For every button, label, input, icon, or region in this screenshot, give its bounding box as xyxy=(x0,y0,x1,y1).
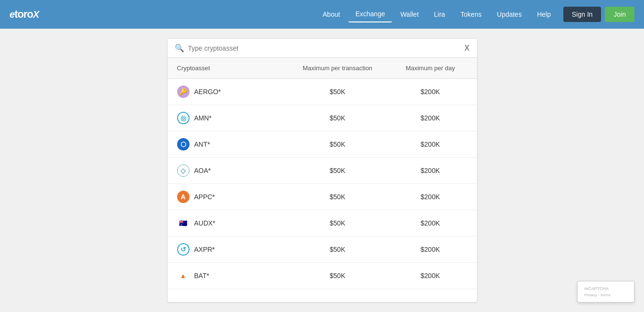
nav-updates[interactable]: Updates xyxy=(490,7,528,22)
crypto-cell-6: ↺ AXPR* xyxy=(168,237,291,263)
nav-tokens[interactable]: Tokens xyxy=(454,7,488,22)
nav-lira[interactable]: Lira xyxy=(427,7,452,22)
max-day-2: $200K xyxy=(384,131,476,158)
table-row: 🇦🇺 AUDX* $50K $200K xyxy=(168,210,477,237)
nav-about[interactable]: About xyxy=(316,7,347,22)
max-tx-1: $50K xyxy=(291,105,384,131)
table-row: 🔑 AERGO* $50K $200K xyxy=(168,79,477,105)
join-button[interactable]: Join xyxy=(605,7,634,22)
col-cryptoasset: Cryptoasset xyxy=(168,58,291,79)
main-content: 🔍 X Cryptoasset Maximum per transaction … xyxy=(0,29,644,312)
max-day-0: $200K xyxy=(384,79,476,105)
max-tx-5: $50K xyxy=(291,210,384,237)
crypto-cell-5: 🇦🇺 AUDX* xyxy=(168,210,291,237)
nav-help[interactable]: Help xyxy=(530,7,558,22)
crypto-cell-3: ◇ AOA* xyxy=(168,158,291,184)
max-tx-4: $50K xyxy=(291,184,384,210)
crypto-cell-2: ⬡ ANT* xyxy=(168,131,291,158)
crypto-icon-5: 🇦🇺 xyxy=(177,217,190,229)
table-row: ⬡ ANT* $50K $200K xyxy=(168,131,477,158)
table-row: ◇ AOA* $50K $200K xyxy=(168,158,477,184)
table-row: A APPC* $50K $200K xyxy=(168,184,477,210)
logo: etoroX xyxy=(10,8,39,21)
crypto-name-6: AXPR* xyxy=(194,246,215,253)
crypto-icon-1: ◎ xyxy=(177,112,190,124)
crypto-name-3: AOA* xyxy=(194,167,211,174)
header-nav: About Exchange Wallet Lira Tokens Update… xyxy=(316,6,634,22)
crypto-icon-7: ▲ xyxy=(177,269,190,282)
table-row: ▲ BAT* $50K $200K xyxy=(168,263,477,289)
crypto-name-1: AMN* xyxy=(194,114,212,122)
max-day-7: $200K xyxy=(384,263,476,289)
crypto-cell-0: 🔑 AERGO* xyxy=(168,79,291,105)
signin-button[interactable]: Sign In xyxy=(563,7,602,22)
crypto-name-0: AERGO* xyxy=(194,88,221,96)
crypto-cell-4: A APPC* xyxy=(168,184,291,210)
crypto-icon-2: ⬡ xyxy=(177,138,190,151)
table-row: ◎ AMN* $50K $200K xyxy=(168,105,477,131)
recaptcha-box: reCAPTCHA Privacy - Terms xyxy=(577,281,634,302)
crypto-name-7: BAT* xyxy=(194,272,210,280)
search-input[interactable] xyxy=(188,44,465,52)
crypto-name-5: AUDX* xyxy=(194,219,215,227)
max-tx-7: $50K xyxy=(291,263,384,289)
max-day-6: $200K xyxy=(384,237,476,263)
max-tx-3: $50K xyxy=(291,158,384,184)
crypto-table: Cryptoasset Maximum per transaction Maxi… xyxy=(168,58,477,289)
crypto-icon-0: 🔑 xyxy=(177,86,190,98)
max-day-1: $200K xyxy=(384,105,476,131)
recaptcha-links: Privacy - Terms xyxy=(584,293,627,297)
crypto-cell-1: ◎ AMN* xyxy=(168,105,291,131)
max-day-3: $200K xyxy=(384,158,476,184)
close-button[interactable]: X xyxy=(465,44,470,53)
logo-text: etoroX xyxy=(10,8,39,21)
crypto-icon-6: ↺ xyxy=(177,243,190,256)
max-day-5: $200K xyxy=(384,210,476,237)
crypto-cell-7: ▲ BAT* xyxy=(168,263,291,289)
max-tx-0: $50K xyxy=(291,79,384,105)
max-day-4: $200K xyxy=(384,184,476,210)
table-header-row: Cryptoasset Maximum per transaction Maxi… xyxy=(168,58,477,79)
col-max-day: Maximum per day xyxy=(384,58,476,79)
nav-exchange[interactable]: Exchange xyxy=(348,6,391,22)
crypto-name-2: ANT* xyxy=(194,140,210,148)
max-tx-6: $50K xyxy=(291,237,384,263)
crypto-icon-3: ◇ xyxy=(177,164,190,177)
search-bar: 🔍 X xyxy=(168,39,477,58)
crypto-name-4: APPC* xyxy=(194,193,215,201)
search-icon: 🔍 xyxy=(175,43,184,53)
col-max-tx: Maximum per transaction xyxy=(291,58,384,79)
header: etoroX About Exchange Wallet Lira Tokens… xyxy=(0,0,644,29)
nav-wallet[interactable]: Wallet xyxy=(394,7,425,22)
table-row: ↺ AXPR* $50K $200K xyxy=(168,237,477,263)
max-tx-2: $50K xyxy=(291,131,384,158)
recaptcha-label: reCAPTCHA xyxy=(584,286,627,291)
crypto-icon-4: A xyxy=(177,191,190,203)
crypto-table-container: 🔍 X Cryptoasset Maximum per transaction … xyxy=(167,38,477,302)
